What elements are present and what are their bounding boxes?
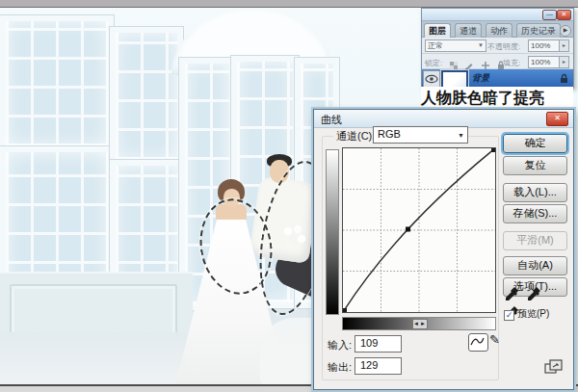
layer-lock-icon [560,73,568,84]
ok-button[interactable]: 确定 [503,134,567,153]
curve-endpoint-shadows[interactable] [343,308,347,312]
tab-channels[interactable]: 通道 [455,23,482,38]
opacity-label: 不透明度: [487,41,520,52]
minimize-icon[interactable]: — [542,10,557,20]
eyedropper-group [505,286,565,303]
preview-checkbox[interactable]: ✓预览(P) [504,307,567,319]
gray-point-eyedropper-icon[interactable] [527,286,541,301]
window-pane [110,27,183,166]
resize-dialog-icon[interactable] [544,358,564,376]
layers-panel-titlebar[interactable]: — ✕ [422,9,573,21]
reset-button[interactable]: 复位 [503,156,567,175]
opacity-value[interactable]: 100% [528,39,561,52]
save-button[interactable]: 存储(S)... [503,204,567,223]
blend-mode-select[interactable]: 正常 ▼ [425,39,486,52]
input-label: 输入: [328,338,352,353]
preview-label: 预览(P) [517,308,549,319]
channel-value: RGB [378,128,401,140]
layer-name: 背景 [472,72,489,85]
output-gradient-bar [326,149,339,315]
black-point-eyedropper-icon[interactable] [505,286,519,301]
layers-panel-tabs: 图层 通道 动作 历史记录 ▶ [422,21,573,38]
tutorial-caption: 人物肤色暗了提亮 [421,87,573,109]
input-value-field[interactable]: 109 [355,335,402,353]
input-gradient-bar: ◄► [342,317,496,330]
chevron-down-icon: ▼ [458,128,464,143]
opacity-spinner-icon[interactable]: ▸ [559,39,569,52]
lock-row: 锁定: 填充: 100% ▸ [422,54,573,69]
blend-mode-value: 正常 [428,41,443,50]
fill-label: 填充: [503,58,520,68]
gradient-midtone-handle[interactable]: ◄► [412,319,428,329]
output-label: 输出: [328,360,352,375]
fill-spinner-icon[interactable]: ▸ [559,56,569,68]
close-icon[interactable]: ✕ [546,112,568,126]
tab-history[interactable]: 历史记录 [516,23,561,38]
pencil-tool-button[interactable]: ✎ [489,332,503,350]
lock-label: 锁定: [425,58,442,68]
tab-layers[interactable]: 图层 [424,23,451,38]
layer-row-background[interactable]: 背景 [422,69,573,87]
layers-panel: — ✕ 图层 通道 动作 历史记录 ▶ 正常 ▼ 不透明度: 100% ▸ 锁定… [421,8,574,89]
tab-actions[interactable]: 动作 [486,23,512,38]
dialog-title: 曲线 [321,113,342,127]
curve-endpoint-highlights[interactable] [491,148,495,152]
close-icon[interactable]: ✕ [557,10,571,20]
load-button[interactable]: 载入(L)... [503,183,567,202]
smooth-button[interactable]: 平滑(M) [503,231,567,250]
checkbox-check-icon: ✓ [504,310,514,321]
curve-grid[interactable] [342,147,496,313]
blend-mode-row: 正常 ▼ 不透明度: 100% ▸ [422,38,573,54]
chevron-down-icon: ▼ [478,40,484,51]
layer-visibility-cell[interactable] [423,70,440,88]
eye-icon [425,72,438,86]
window-pane [0,15,114,152]
fill-value[interactable]: 100% [528,56,561,68]
curve-tool-icon [469,334,486,349]
auto-button[interactable]: 自动(A) [503,256,567,275]
panel-menu-icon[interactable]: ▶ [560,25,571,37]
curves-dialog: 曲线 ✕ 通道(C): RGB ▼ ◄► 输入: 109 输出: 129 ✎ 确… [313,109,574,390]
output-value-field[interactable]: 129 [355,357,402,375]
curve-point-selected[interactable] [406,227,410,232]
channel-select[interactable]: RGB ▼ [373,126,468,144]
window-top-strip [0,0,578,8]
curve-plot[interactable] [343,148,495,312]
channel-label: 通道(C): [333,129,378,144]
curve-point-tool-button[interactable] [468,333,488,352]
